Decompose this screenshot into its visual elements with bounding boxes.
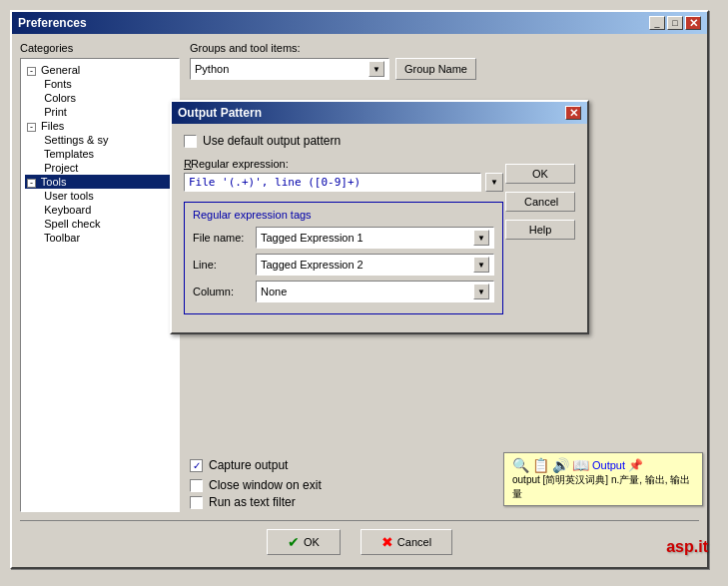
column-combo[interactable]: None ▼: [256, 281, 494, 302]
line-tag-row: Line: Tagged Expression 2 ▼: [193, 254, 494, 276]
indent: [35, 106, 41, 118]
watermark: asp.it: [666, 538, 708, 556]
tree-item-fonts[interactable]: Fonts: [33, 77, 175, 91]
tree-item-print[interactable]: Print: [33, 105, 175, 119]
python-combo-arrow[interactable]: ▼: [368, 61, 384, 77]
file-name-combo[interactable]: Tagged Expression 1 ▼: [256, 227, 494, 249]
tree-item-colors[interactable]: Colors: [33, 91, 175, 105]
tree-item-templates[interactable]: Templates: [33, 147, 175, 161]
column-tag-row: Column: None ▼: [193, 281, 494, 302]
group-name-button[interactable]: Group Name: [395, 58, 476, 80]
indent: [35, 78, 41, 90]
cancel-icon: ✖: [381, 534, 393, 550]
expand-icon[interactable]: -: [27, 67, 36, 76]
dialog-body: OK Cancel Help Use default output patter…: [172, 124, 587, 332]
regex-input[interactable]: File '(.+)', line ([0-9]+): [184, 173, 481, 192]
dialog-title: Output Pattern: [178, 106, 262, 120]
line-label: Line:: [193, 259, 248, 271]
output-pattern-dialog: Output Pattern ✕ OK Cancel Help Use defa…: [170, 100, 589, 334]
cancel-button[interactable]: ✖ Cancel: [361, 529, 452, 555]
run-as-filter-checkbox[interactable]: [190, 496, 203, 509]
capture-output-checkbox[interactable]: ✓: [190, 459, 203, 472]
tree-item-spell-check[interactable]: Spell check: [33, 217, 175, 231]
tools-children: User tools Keyboard Spell check: [33, 189, 175, 245]
use-default-row: Use default output pattern: [184, 134, 575, 148]
tree-item-keyboard[interactable]: Keyboard: [33, 203, 175, 217]
dialog-help-button[interactable]: Help: [505, 220, 575, 240]
pin-icon: 📌: [628, 458, 643, 472]
tree-item-tools[interactable]: - Tools: [25, 175, 175, 189]
tooltip-definition: output [简明英汉词典] n.产量, 输出, 输出量: [512, 473, 694, 501]
capture-output-label: Capture output: [209, 458, 288, 472]
dialog-ok-button[interactable]: OK: [505, 164, 575, 184]
files-children: Settings & sy Templates Project: [33, 133, 175, 175]
tree-item-general[interactable]: - General: [25, 63, 175, 77]
speaker-icon: 🔊: [552, 457, 569, 473]
dialog-cancel-button[interactable]: Cancel: [505, 192, 575, 212]
indent: [35, 134, 41, 146]
icons-row: 🔍 📋 🔊 📖 Output 📌: [512, 457, 694, 473]
close-button[interactable]: ✕: [685, 16, 701, 30]
indent: [35, 92, 41, 104]
groups-top: Python ▼ Group Name: [190, 58, 699, 80]
close-window-checkbox[interactable]: [190, 479, 203, 492]
regex-dropdown-button[interactable]: ▼: [485, 173, 503, 192]
indent: [35, 232, 41, 244]
tooltip-popup: 🔍 📋 🔊 📖 Output 📌 output [简明英汉词典] n.产量, 输…: [503, 452, 703, 506]
tags-title: Regular expression tags: [193, 209, 494, 221]
book-icon: 📖: [572, 457, 589, 473]
file-name-label: File name:: [193, 232, 248, 244]
ok-button[interactable]: ✔ OK: [267, 529, 341, 555]
line-combo[interactable]: Tagged Expression 2 ▼: [256, 254, 494, 276]
indent: [35, 218, 41, 230]
tooltip-output-text: Output: [592, 459, 625, 471]
regex-tags-box: Regular expression tags File name: Tagge…: [184, 202, 503, 314]
magnifier-icon: 🔍: [512, 457, 529, 473]
indent: [35, 190, 41, 202]
indent: [35, 162, 41, 174]
categories-tree[interactable]: - General Fonts Colors: [20, 58, 180, 512]
line-combo-arrow[interactable]: ▼: [473, 257, 489, 273]
title-bar-controls: _ □ ✕: [649, 16, 701, 30]
column-combo-arrow[interactable]: ▼: [473, 284, 489, 299]
expand-files-icon[interactable]: -: [27, 123, 36, 132]
groups-label: Groups and tool items:: [190, 42, 699, 54]
categories-label: Categories: [20, 42, 180, 54]
bottom-buttons: ✔ OK ✖ Cancel: [20, 520, 699, 559]
ok-icon: ✔: [288, 534, 300, 550]
minimize-button[interactable]: _: [649, 16, 665, 30]
tree-item-user-tools[interactable]: User tools: [33, 189, 175, 203]
maximize-button[interactable]: □: [667, 16, 683, 30]
file-name-combo-arrow[interactable]: ▼: [473, 230, 489, 246]
close-window-label: Close window on exit: [209, 478, 322, 492]
python-combo[interactable]: Python ▼: [190, 58, 389, 80]
use-default-label: Use default output pattern: [203, 134, 341, 148]
tree-item-toolbar[interactable]: Toolbar: [33, 231, 175, 245]
tree-item-settings[interactable]: Settings & sy: [33, 133, 175, 147]
tree-item-files[interactable]: - Files: [25, 119, 175, 133]
indent: [35, 148, 41, 160]
general-children: Fonts Colors Print: [33, 77, 175, 119]
copy-icon: 📋: [532, 457, 549, 473]
expand-tools-icon[interactable]: -: [27, 179, 36, 188]
regex-input-row: File '(.+)', line ([0-9]+) ▼: [184, 173, 503, 192]
left-panel: Categories - General Fonts Colors: [20, 42, 180, 512]
indent: [35, 204, 41, 216]
tree-item-project[interactable]: Project: [33, 161, 175, 175]
dialog-title-bar: Output Pattern ✕: [172, 102, 587, 124]
preferences-title-bar: Preferences _ □ ✕: [12, 12, 707, 34]
file-name-tag-row: File name: Tagged Expression 1 ▼: [193, 227, 494, 249]
use-default-checkbox[interactable]: [184, 135, 197, 148]
dialog-close-button[interactable]: ✕: [565, 106, 581, 120]
run-as-filter-label: Run as text filter: [209, 495, 296, 509]
preferences-title: Preferences: [18, 16, 87, 30]
column-label: Column:: [193, 286, 248, 297]
